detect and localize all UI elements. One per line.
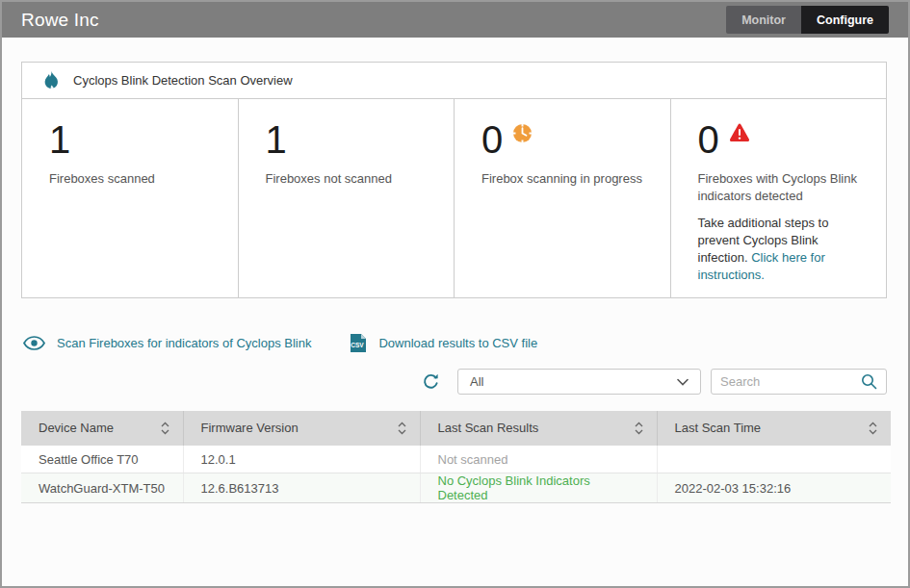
scan-fireboxes-link[interactable]: Scan Fireboxes for indicators of Cyclops… [57, 336, 311, 350]
stat-value: 1 [49, 120, 70, 159]
stat-label: Fireboxes scanned [49, 170, 219, 188]
column-header-last-scan-time[interactable]: Last Scan Time [657, 411, 891, 446]
stat-note: Take additional steps to prevent Cyclops… [698, 215, 868, 284]
warning-icon [729, 123, 750, 142]
sort-icon[interactable] [635, 422, 643, 435]
stat-fireboxes-scanned: 1 Fireboxes scanned [22, 99, 239, 297]
cell-last-scan-results: No Cyclops Blink Indicators Detected [420, 473, 657, 503]
app-window: Rowe Inc Monitor Configure Cyclops Blink… [0, 0, 910, 588]
table-row[interactable]: Seattle Office T70 12.0.1 Not scanned [21, 446, 891, 473]
table-row[interactable]: WatchGuard-XTM-T50 12.6.B613713 No Cyclo… [21, 473, 891, 503]
stat-fireboxes-not-scanned: 1 Fireboxes not scanned [239, 99, 455, 297]
filter-bar: All [21, 369, 887, 396]
sort-icon[interactable] [161, 422, 169, 435]
dropdown-selected-value: All [470, 374, 483, 389]
svg-text:CSV: CSV [351, 342, 365, 348]
cell-firmware-version: 12.6.B613713 [183, 473, 420, 503]
monitor-button[interactable]: Monitor [726, 6, 801, 34]
stat-value: 1 [266, 120, 287, 159]
table-header-row: Device Name Firmware Version Last Scan R… [21, 411, 891, 446]
column-header-device-name[interactable]: Device Name [21, 411, 183, 446]
sort-icon[interactable] [398, 422, 406, 435]
search-box [711, 369, 887, 395]
configure-button[interactable]: Configure [801, 6, 889, 34]
stat-label: Firebox scanning in progress [481, 170, 651, 188]
scan-overview-panel: Cyclops Blink Detection Scan Overview 1 … [21, 62, 887, 298]
account-title: Rowe Inc [21, 10, 99, 31]
eye-icon [23, 336, 45, 350]
clock-icon [512, 123, 533, 143]
search-input[interactable] [720, 374, 861, 389]
magnifier-icon[interactable] [861, 373, 877, 390]
mode-toggle: Monitor Configure [726, 6, 889, 34]
stat-value: 0 [698, 120, 719, 159]
cell-last-scan-time: 2022-02-03 15:32:16 [657, 473, 891, 503]
column-header-firmware-version[interactable]: Firmware Version [183, 411, 420, 446]
top-bar: Rowe Inc Monitor Configure [2, 2, 908, 38]
chevron-down-icon [677, 378, 689, 386]
scan-results-table: Device Name Firmware Version Last Scan R… [21, 411, 891, 504]
stat-label: Fireboxes with Cyclops Blink indicators … [698, 170, 868, 204]
flame-icon [43, 71, 60, 90]
refresh-button[interactable] [422, 372, 440, 391]
stat-value: 0 [481, 120, 503, 159]
csv-file-icon: CSV [350, 333, 367, 353]
stat-scanning-in-progress: 0 Firebox scanning in progress [455, 99, 671, 297]
sort-icon[interactable] [869, 422, 877, 435]
download-csv-link[interactable]: Download results to CSV file [378, 336, 537, 350]
stat-label: Fireboxes not scanned [266, 170, 435, 188]
panel-title: Cyclops Blink Detection Scan Overview [73, 73, 293, 88]
cell-firmware-version: 12.0.1 [183, 446, 420, 473]
cell-device-name: WatchGuard-XTM-T50 [21, 473, 183, 503]
stat-indicators-detected: 0 Fireboxes with Cyclops Blink indicator… [671, 99, 887, 297]
panel-header: Cyclops Blink Detection Scan Overview [22, 63, 886, 99]
actions-row: Scan Fireboxes for indicators of Cyclops… [23, 333, 887, 353]
cell-device-name: Seattle Office T70 [21, 446, 183, 473]
cell-last-scan-results: Not scanned [420, 446, 657, 473]
column-header-last-scan-results[interactable]: Last Scan Results [420, 411, 657, 446]
cell-last-scan-time [657, 446, 891, 473]
stats-row: 1 Fireboxes scanned 1 Fireboxes not scan… [22, 99, 886, 297]
results-filter-dropdown[interactable]: All [457, 369, 701, 395]
refresh-icon [422, 372, 440, 391]
